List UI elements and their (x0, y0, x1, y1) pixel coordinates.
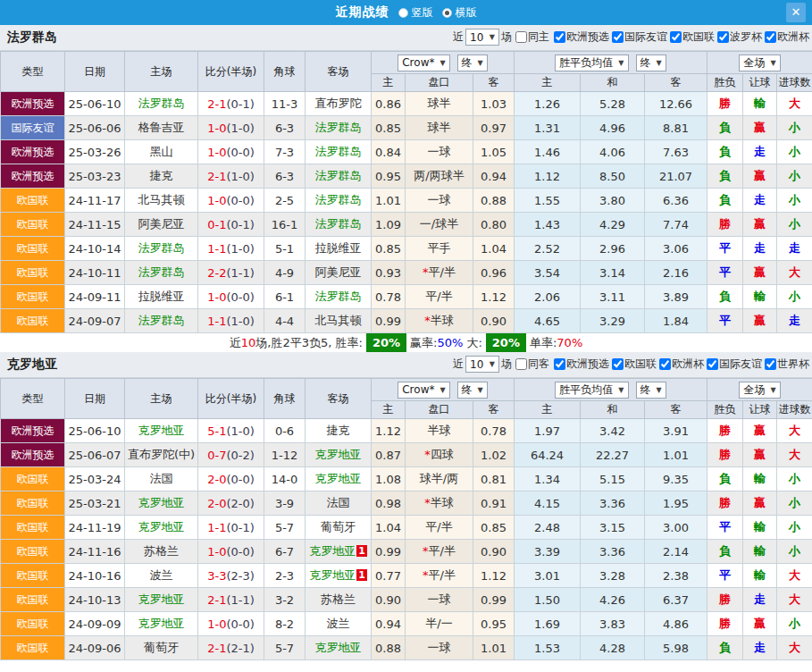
avg-type-select[interactable]: 胜平负均值▼ (555, 382, 628, 399)
avg-type-select[interactable]: 胜平负均值▼ (555, 55, 628, 71)
layout-radio-horizontal[interactable]: 横版 (442, 5, 477, 21)
avg-away-odds: 3.00 (645, 516, 707, 540)
avg-draw-odds: 4.29 (581, 213, 645, 237)
avg-draw-odds: 4.06 (581, 140, 645, 164)
section-header-2: 克罗地亚 近 10 ▼ 场 同客 欧洲预选欧国联欧洲杯国际友谊世界杯 (0, 352, 812, 378)
scope-group-header: 全场▼ (707, 52, 812, 74)
col-goals: 进球数 (777, 74, 812, 92)
competition-checkbox[interactable] (765, 358, 776, 370)
away-team: 法罗群岛 (306, 164, 372, 189)
competition-filter[interactable]: 国际友谊 (705, 357, 762, 372)
layout-radio-vertical[interactable]: 竖版 (398, 5, 433, 21)
avg-time-select[interactable]: 终▼ (636, 382, 666, 399)
home-team: 法罗群岛 (125, 309, 198, 333)
avg-home-odds: 1.43 (515, 213, 581, 237)
home-team: 捷克 (125, 164, 198, 189)
match-row: 欧国联24-09-11拉脱维亚1-0(0-0)6-1法罗群岛0.78平/半1.1… (1, 285, 812, 309)
result-goals: 大 (777, 92, 812, 116)
competition-checkbox[interactable] (765, 31, 776, 43)
competition-type: 欧洲预选 (1, 164, 65, 189)
handicap-home-odds: 0.86 (372, 92, 406, 116)
odds-source-select[interactable]: Crow*▼ (398, 55, 449, 71)
competition-filter[interactable]: 波罗杯 (716, 29, 762, 45)
near-label: 近 (453, 29, 464, 45)
chevron-down-icon: ▼ (439, 59, 445, 67)
corner-score: 6-3 (264, 116, 306, 140)
same-venue-filter[interactable]: 同客 (514, 357, 549, 372)
handicap-home-odds: 0.88 (372, 636, 406, 660)
result-goals: 小 (777, 285, 812, 309)
match-count-select[interactable]: 10 ▼ (465, 356, 499, 373)
same-venue-filter[interactable]: 同主 (514, 29, 549, 45)
result-handicap: 贏 (743, 309, 777, 333)
avg-draw-odds: 4.26 (581, 588, 645, 612)
match-date: 24-10-14 (65, 237, 125, 261)
handicap-away-odds: 1.12 (473, 564, 515, 588)
col-away: 客场 (306, 379, 372, 419)
competition-checkbox[interactable] (659, 358, 671, 370)
competition-checkbox[interactable] (554, 31, 565, 43)
competition-filter[interactable]: 欧洲预选 (552, 29, 609, 45)
handicap-line: *平/半 (406, 540, 473, 564)
match-score: 1-0(0-0) (198, 285, 264, 309)
avg-home-odds: 3.01 (515, 564, 581, 588)
avg-home-odds: 4.65 (515, 309, 581, 333)
avg-home-odds: 64.24 (515, 443, 581, 467)
competition-checkbox[interactable] (707, 358, 718, 370)
match-date: 24-11-19 (65, 516, 125, 540)
col-avg-home: 主 (515, 74, 581, 92)
col-corner: 角球 (264, 379, 306, 419)
competition-checkbox[interactable] (612, 31, 624, 43)
competition-filter[interactable]: 欧洲杯 (763, 29, 809, 45)
close-button[interactable]: ✕ (786, 3, 806, 22)
avg-time-select[interactable]: 终▼ (636, 55, 666, 71)
titlebar: 近期战绩 竖版 横版 ✕ (0, 0, 812, 25)
competition-checkbox[interactable] (554, 358, 565, 370)
col-date: 日期 (65, 52, 125, 92)
match-row: 欧国联24-11-16苏格兰1-0(0-0)6-7克罗地亚10.99*平/半0.… (1, 540, 812, 564)
avg-away-odds: 2.16 (645, 261, 707, 285)
match-row: 欧洲预选25-06-10克罗地亚5-1(1-0)0-6捷克1.12半球0.781… (1, 419, 812, 443)
competition-checkbox[interactable] (670, 31, 682, 43)
competition-filter[interactable]: 欧国联 (668, 29, 715, 45)
chevron-down-icon: ▼ (439, 386, 445, 394)
competition-filter[interactable]: 欧洲预选 (552, 357, 609, 372)
avg-home-odds: 1.53 (515, 636, 581, 660)
scope-select[interactable]: 全场▼ (739, 382, 780, 399)
scope-select[interactable]: 全场▼ (739, 55, 780, 71)
avg-home-odds: 2.52 (515, 237, 581, 261)
odds-time-select[interactable]: 终▼ (457, 382, 488, 399)
competition-filter[interactable]: 世界杯 (763, 357, 809, 372)
match-date: 25-03-21 (65, 491, 125, 516)
odds-source-select[interactable]: Crow*▼ (398, 382, 449, 399)
corner-score: 14-0 (264, 467, 306, 491)
col-score: 比分(半场) (198, 379, 264, 419)
competition-checkbox[interactable] (612, 358, 624, 370)
competition-type: 欧国联 (1, 309, 65, 333)
avg-away-odds: 8.81 (645, 116, 707, 140)
col-avg-draw: 和 (581, 401, 645, 419)
corner-score: 5-7 (264, 516, 306, 540)
same-venue-checkbox[interactable] (515, 31, 527, 43)
odds-time-select[interactable]: 终▼ (457, 55, 488, 71)
away-team: 北马其顿 (306, 309, 372, 333)
handicap-home-odds: 0.94 (372, 612, 406, 636)
result-handicap: 輸 (743, 540, 777, 564)
competition-filter[interactable]: 国际友谊 (610, 29, 667, 45)
avg-draw-odds: 22.27 (581, 443, 645, 467)
away-team: 捷克 (306, 419, 372, 443)
match-date: 24-11-17 (65, 189, 125, 213)
handicap-away-odds: 1.05 (473, 140, 515, 164)
competition-filter[interactable]: 欧洲杯 (657, 357, 704, 372)
handicap-home-odds: 1.12 (372, 419, 406, 443)
match-count-select[interactable]: 10 ▼ (465, 29, 499, 46)
competition-filter[interactable]: 欧国联 (610, 357, 657, 372)
avg-home-odds: 1.55 (515, 189, 581, 213)
col-type: 类型 (1, 379, 65, 419)
match-row: 欧国联24-11-17北马其顿1-0(0-0)2-5法罗群岛1.01一球0.88… (1, 189, 812, 213)
handicap-home-odds: 0.90 (372, 588, 406, 612)
result-goals: 小 (777, 116, 812, 140)
same-venue-checkbox[interactable] (515, 358, 527, 370)
competition-checkbox[interactable] (717, 31, 729, 43)
avg-home-odds: 3.54 (515, 261, 581, 285)
